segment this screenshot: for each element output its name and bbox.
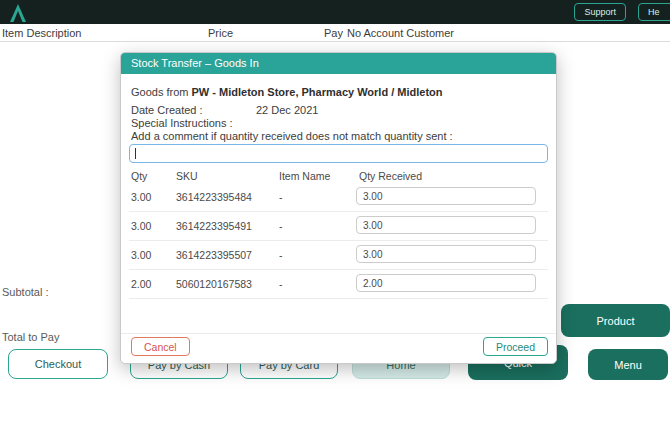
row-item-name: - xyxy=(279,249,283,261)
qty-received-input[interactable] xyxy=(356,274,536,292)
pay-header: Pay xyxy=(324,27,343,39)
qty-column-header: Qty xyxy=(131,170,147,182)
goods-from-label: Goods from xyxy=(131,86,188,98)
app-logo-icon xyxy=(8,2,28,22)
cancel-button[interactable]: Cancel xyxy=(131,337,190,356)
goods-from-value: PW - Midleton Store, Pharmacy World / Mi… xyxy=(192,86,443,98)
row-sku: 3614223395491 xyxy=(176,220,252,232)
qty-received-column-header: Qty Received xyxy=(359,170,422,182)
subtotal-label: Subtotal : xyxy=(2,286,48,298)
row-item-name: - xyxy=(279,220,283,232)
menu-button[interactable]: Menu xyxy=(588,349,668,380)
row-qty: 3.00 xyxy=(131,191,151,203)
table-row: 3.00 3614223395491 - xyxy=(129,212,548,241)
comment-input[interactable] xyxy=(129,144,548,163)
total-to-pay-label: Total to Pay xyxy=(2,331,59,343)
special-instructions-label: Special Instructions : xyxy=(131,117,233,129)
column-header-row: Item Description Price Pay No Account Cu… xyxy=(0,24,670,42)
topbar: Support He xyxy=(0,0,670,24)
goods-from-line: Goods from PW - Midleton Store, Pharmacy… xyxy=(131,86,443,98)
support-button[interactable]: Support xyxy=(574,3,626,21)
footer-divider xyxy=(121,333,556,334)
table-row: 3.00 3614223395507 - xyxy=(129,241,548,270)
row-item-name: - xyxy=(279,278,283,290)
comment-prompt-label: Add a comment if quantity received does … xyxy=(131,130,453,142)
sku-column-header: SKU xyxy=(176,170,198,182)
transfer-table-rows: 3.00 3614223395484 - 3.00 3614223395491 … xyxy=(129,183,548,299)
date-created-value: 22 Dec 2021 xyxy=(256,104,318,116)
customer-label: No Account Customer xyxy=(347,27,454,39)
row-qty: 2.00 xyxy=(131,278,151,290)
table-row: 3.00 3614223395484 - xyxy=(129,183,548,212)
qty-received-input[interactable] xyxy=(356,216,536,234)
item-description-header: Item Description xyxy=(2,27,81,39)
row-qty: 3.00 xyxy=(131,220,151,232)
pos-screen: Support He Item Description Price Pay No… xyxy=(0,0,670,431)
row-item-name: - xyxy=(279,191,283,203)
table-row: 2.00 5060120167583 - xyxy=(129,270,548,299)
row-sku: 5060120167583 xyxy=(176,278,252,290)
row-qty: 3.00 xyxy=(131,249,151,261)
date-created-label: Date Created : xyxy=(131,104,203,116)
stock-transfer-dialog: Stock Transfer – Goods In Goods from PW … xyxy=(120,52,557,364)
checkout-button[interactable]: Checkout xyxy=(8,349,108,379)
proceed-button[interactable]: Proceed xyxy=(483,337,548,356)
qty-received-input[interactable] xyxy=(356,187,536,205)
row-sku: 3614223395507 xyxy=(176,249,252,261)
row-sku: 3614223395484 xyxy=(176,191,252,203)
dialog-title: Stock Transfer – Goods In xyxy=(121,53,556,74)
text-caret xyxy=(135,148,136,159)
product-button[interactable]: Product xyxy=(561,304,670,337)
item-name-column-header: Item Name xyxy=(279,170,330,182)
help-button[interactable]: He xyxy=(638,3,670,21)
price-header: Price xyxy=(208,27,233,39)
qty-received-input[interactable] xyxy=(356,245,536,263)
